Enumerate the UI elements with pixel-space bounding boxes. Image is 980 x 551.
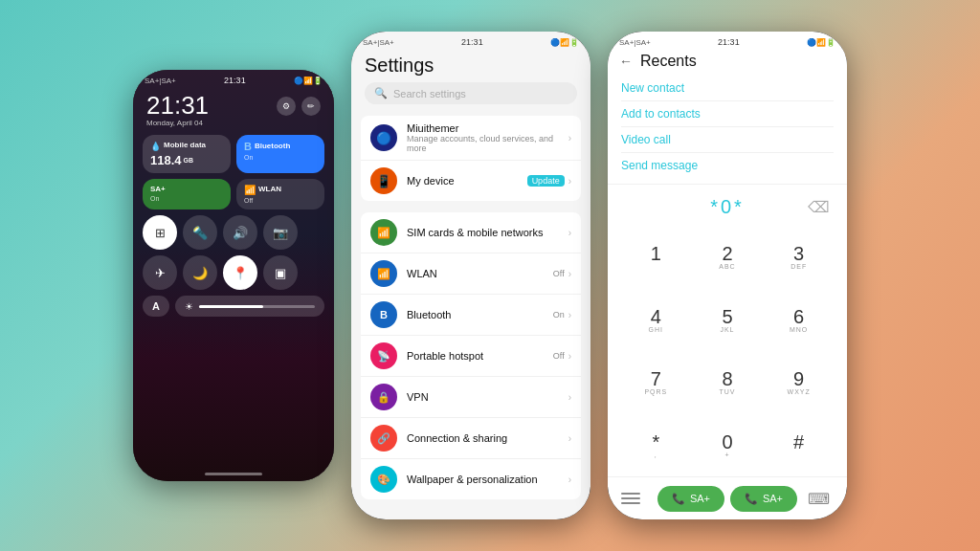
cc-tile-sa[interactable]: SA+ On xyxy=(143,179,231,209)
new-contact-item[interactable]: New contact xyxy=(621,76,834,101)
bluetooth-status: On xyxy=(553,310,565,320)
cc-mobile-unit: GB xyxy=(184,157,194,164)
cc-home-indicator xyxy=(205,473,262,475)
cc-mobile-label: Mobile data xyxy=(164,141,206,149)
settings-item-vpn[interactable]: 🔒 VPN › xyxy=(361,377,581,418)
mydevice-text: My device xyxy=(407,175,518,187)
wlan-chevron: › xyxy=(568,269,571,279)
video-call-item[interactable]: Video call xyxy=(621,127,834,153)
settings-top-section: 🔵 Miuithemer Manage accounts, cloud serv… xyxy=(361,116,581,201)
key-hash[interactable]: # xyxy=(764,416,834,477)
sim-chevron: › xyxy=(568,228,571,238)
wlan-icon: 📶 xyxy=(370,260,397,287)
key-0[interactable]: 0 + xyxy=(693,416,763,477)
call-btn-2[interactable]: 📞 SA+ xyxy=(730,486,797,512)
keypad: 1 2 ABC 3 DEF 4 GHI 5 JKL 6 MNO xyxy=(608,228,847,476)
wlan-label: WLAN xyxy=(407,268,544,279)
dialer-header: ← Recents xyxy=(608,49,847,72)
key-star[interactable]: * , xyxy=(621,416,691,477)
settings-title: Settings xyxy=(365,55,577,77)
key-8[interactable]: 8 TUV xyxy=(693,353,763,414)
key-4[interactable]: 4 GHI xyxy=(621,291,691,352)
cc-btn-location[interactable]: 📍 xyxy=(223,255,257,290)
cc-tiles: 💧 Mobile data 118.4 GB B Bluetooth On xyxy=(133,131,334,471)
cc-btn-expand[interactable]: ⊞ xyxy=(143,215,177,250)
miuithemer-chevron: › xyxy=(568,133,571,143)
sim-label: SIM cards & mobile networks xyxy=(407,227,559,238)
cc-time-area: 21:31 Monday, April 04 ⚙ ✏ xyxy=(133,87,334,131)
cc-tile-wlan[interactable]: 📶 WLAN Off xyxy=(236,179,324,209)
cc-btn-row-2: ✈ 🌙 📍 ▣ xyxy=(143,255,324,290)
cc-mobile-value: 118.4 xyxy=(150,153,182,167)
vpn-icon: 🔒 xyxy=(370,384,397,410)
phone2-screen: SA+|SA+ 21:31 🔵📶🔋 Settings 🔍 Search sett… xyxy=(351,32,590,519)
send-message-item[interactable]: Send message xyxy=(621,153,834,178)
key-1[interactable]: 1 xyxy=(621,228,691,289)
phone1-status-icons-left: SA+|SA+ xyxy=(145,77,176,85)
mydevice-right: Update › xyxy=(527,175,571,187)
key-2[interactable]: 2 ABC xyxy=(693,228,763,289)
cc-settings-icon[interactable]: ⚙ xyxy=(277,97,296,116)
phone-3: SA+|SA+ 21:31 🔵📶🔋 ← Recents New contact … xyxy=(608,32,847,519)
search-icon: 🔍 xyxy=(374,87,388,99)
key-6[interactable]: 6 MNO xyxy=(764,291,834,352)
call-label-2: SA+ xyxy=(763,493,783,504)
sim-icon: 📶 xyxy=(370,219,397,246)
wallpaper-icon: 🎨 xyxy=(370,466,397,493)
settings-item-connection[interactable]: 🔗 Connection & sharing › xyxy=(361,418,581,459)
cc-btn-nfc[interactable]: ▣ xyxy=(263,255,298,290)
key-3[interactable]: 3 DEF xyxy=(764,228,834,289)
dialer-display: *0* xyxy=(710,190,745,224)
connection-label: Connection & sharing xyxy=(407,432,559,444)
miuithemer-label: Miuithemer xyxy=(407,122,559,134)
cc-tile-mobile[interactable]: 💧 Mobile data 118.4 GB xyxy=(143,135,231,173)
hotspot-status: Off xyxy=(553,351,565,361)
mydevice-icon: 📱 xyxy=(370,167,397,194)
cc-btn-moon[interactable]: 🌙 xyxy=(183,255,217,290)
mydevice-chevron: › xyxy=(568,176,571,187)
mydevice-label: My device xyxy=(407,175,518,187)
settings-item-sim[interactable]: 📶 SIM cards & mobile networks › xyxy=(361,212,581,253)
hotspot-icon: 📡 xyxy=(370,342,397,369)
settings-item-hotspot[interactable]: 📡 Portable hotspot Off › xyxy=(361,336,581,377)
cc-bt-sub: On xyxy=(244,154,317,161)
settings-item-wallpaper[interactable]: 🎨 Wallpaper & personalization › xyxy=(361,459,581,499)
cc-brightness[interactable]: ☀ xyxy=(175,296,324,317)
bluetooth-label: Bluetooth xyxy=(407,309,544,320)
cc-btn-row: ⊞ 🔦 🔊 📷 xyxy=(143,215,324,250)
backspace-icon[interactable]: ⌫ xyxy=(808,198,830,216)
call-icon-1: 📞 xyxy=(672,493,685,505)
cc-sa-label: SA+ xyxy=(150,185,223,193)
cc-date: Monday, April 04 xyxy=(146,119,209,127)
keypad-btn[interactable]: ⌨ xyxy=(803,483,834,514)
cc-edit-icon[interactable]: ✏ xyxy=(301,97,321,116)
back-button[interactable]: ← xyxy=(619,54,633,69)
key-5[interactable]: 5 JKL xyxy=(693,291,763,352)
wlan-status: Off xyxy=(553,269,565,278)
settings-search[interactable]: 🔍 Search settings xyxy=(365,82,577,104)
call-btn-1[interactable]: 📞 SA+ xyxy=(657,486,724,512)
cc-btn-flashlight[interactable]: 🔦 xyxy=(183,215,217,250)
settings-item-miuithemer[interactable]: 🔵 Miuithemer Manage accounts, cloud serv… xyxy=(361,116,581,161)
dialer-actions: New contact Add to contacts Video call S… xyxy=(608,72,847,182)
call-label-1: SA+ xyxy=(690,493,710,504)
mydevice-badge: Update xyxy=(527,175,565,187)
hotspot-chevron: › xyxy=(568,351,571,362)
key-9[interactable]: 9 WXYZ xyxy=(764,353,834,414)
dialer-menu-btn[interactable] xyxy=(621,483,652,514)
cc-btn-screenshot[interactable]: 📷 xyxy=(263,215,298,250)
settings-item-mydevice[interactable]: 📱 My device Update › xyxy=(361,161,581,201)
cc-text-a[interactable]: A xyxy=(143,296,169,317)
wallpaper-label: Wallpaper & personalization xyxy=(407,474,559,485)
settings-item-bluetooth[interactable]: B Bluetooth On › xyxy=(361,295,581,336)
settings-item-wlan[interactable]: 📶 WLAN Off › xyxy=(361,253,581,295)
cc-tile-bluetooth[interactable]: B Bluetooth On xyxy=(236,135,324,173)
add-contacts-item[interactable]: Add to contacts xyxy=(621,101,834,127)
miuithemer-sub: Manage accounts, cloud services, and mor… xyxy=(407,134,559,153)
connection-icon: 🔗 xyxy=(370,425,397,452)
phone1-status-icons-right: 🔵📶🔋 xyxy=(294,77,323,85)
miuithemer-icon: 🔵 xyxy=(370,124,397,151)
key-7[interactable]: 7 PQRS xyxy=(621,353,691,414)
cc-btn-volume[interactable]: 🔊 xyxy=(223,215,257,250)
cc-btn-airplane[interactable]: ✈ xyxy=(143,255,177,290)
